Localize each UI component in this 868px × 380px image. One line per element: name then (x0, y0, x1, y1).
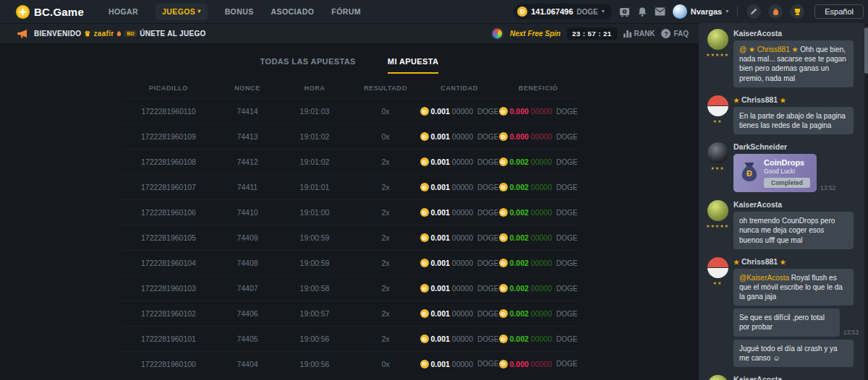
brush-icon-button[interactable] (746, 4, 761, 19)
value-zeros: 00000 (531, 183, 552, 191)
value-main: 0.000 (510, 360, 529, 368)
user-menu[interactable]: Nvargas ▾ (673, 4, 728, 19)
nav-item-hogar[interactable]: HOGAR (109, 7, 138, 16)
currency-label: DOGE (556, 158, 577, 166)
result-cell: 2x (351, 183, 420, 191)
result-cell: 2x (351, 208, 420, 217)
time-cell: 19:01:01 (278, 183, 351, 191)
chat-username[interactable]: KaiserAcosta (733, 200, 859, 209)
chat-username[interactable]: DarkSchneider (733, 142, 859, 151)
mention-link[interactable]: @KaiserAcosta (739, 274, 791, 282)
scrollbar-thumb[interactable] (864, 27, 868, 74)
profit-cell: Ð0.00200000DOGE (498, 157, 578, 166)
profit-cell: Ð0.00200000DOGE (498, 284, 578, 293)
nav-item-asociado[interactable]: ASOCIADO (271, 7, 315, 16)
rank-button[interactable]: RANK (624, 30, 655, 38)
profit-cell: Ð0.00200000DOGE (498, 334, 578, 343)
coindrops-row: ÐCoinDropsGood Luck!Completed13:52 (733, 154, 859, 192)
time-cell: 19:01:00 (278, 208, 351, 217)
value-main: 0.002 (510, 157, 529, 166)
avatar[interactable] (707, 142, 728, 163)
star-icon: ★ (780, 97, 786, 104)
doge-coin-icon: Ð (499, 284, 508, 293)
welcome-suffix: ÚNETE AL JUEGO (140, 30, 205, 38)
vault-icon[interactable] (619, 7, 630, 17)
logo[interactable]: BC.Game (16, 5, 84, 19)
coindrops-completed-button[interactable]: Completed (764, 178, 810, 188)
hash-cell: 1722281960106 (121, 208, 216, 217)
doge-coin-icon: Ð (420, 183, 429, 191)
avatar[interactable] (707, 257, 728, 278)
nav-item-label: JUEGOS (162, 7, 195, 16)
value-zeros: 00000 (452, 360, 473, 368)
balance-display[interactable]: Ð 141.067496 DOGE ▾ (514, 4, 612, 20)
profit-cell: Ð0.00200000DOGE (498, 183, 578, 191)
chat-username[interactable]: KaiserAcosta (733, 29, 859, 38)
value-zeros: 00000 (452, 233, 473, 242)
top-navbar: BC.Game HOGARJUEGOS▾BONUSASOCIADOFÓRUM Ð… (0, 0, 868, 23)
avatar[interactable] (707, 29, 728, 50)
nonce-cell: 74405 (216, 334, 278, 343)
nonce-cell: 74414 (216, 107, 278, 116)
trophy-icon-button[interactable] (790, 4, 804, 19)
value-zeros: 00000 (531, 259, 552, 267)
column-header: HORA (278, 85, 351, 92)
table-row[interactable]: 17222819601107441419:01:030xÐ0.00100000D… (121, 98, 578, 124)
value-zeros: 00000 (531, 208, 552, 217)
currency-label: DOGE (556, 335, 577, 343)
table-row[interactable]: 17222819601027440619:00:572xÐ0.00100000D… (121, 301, 578, 326)
column-header: NONCE (216, 85, 278, 92)
chat-username[interactable]: ★ Chriss881 ★ (733, 95, 859, 104)
chat-scrollbar[interactable] (864, 23, 868, 380)
doge-coin-icon: Ð (499, 107, 508, 116)
nonce-cell: 74409 (216, 233, 278, 242)
doge-coin-icon: Ð (517, 7, 527, 17)
amount-cell: Ð0.00100000DOGE (420, 183, 498, 191)
doge-coin-icon: Ð (420, 157, 429, 166)
message-timestamp: 13:52 (820, 184, 835, 192)
currency-label: DOGE (556, 108, 577, 116)
avatar[interactable] (707, 95, 728, 116)
amount-cell: Ð0.00100000DOGE (420, 132, 498, 141)
doge-coin-icon: Ð (499, 233, 508, 242)
nonce-cell: 74410 (216, 208, 278, 217)
avatar[interactable] (707, 375, 728, 380)
free-spin-wheel-icon[interactable] (491, 27, 503, 40)
table-row[interactable]: 17222819601007440419:00:560xÐ0.00100000D… (121, 351, 578, 376)
table-row[interactable]: 17222819601097441319:01:020xÐ0.00100000D… (121, 124, 578, 149)
table-row[interactable]: 17222819601077441119:01:012xÐ0.00100000D… (121, 174, 578, 199)
time-cell: 19:00:57 (278, 309, 351, 318)
chat-message-left: ★★★★★ (706, 375, 729, 380)
bell-icon[interactable] (637, 7, 647, 17)
tab-mi-apuesta[interactable]: MI APUESTA (388, 57, 439, 74)
doge-coin-icon: Ð (499, 157, 508, 166)
chat-message: ★★★★★KaiserAcosta@ ★ Chriss881 ★ Jajaja … (706, 375, 859, 380)
nav-item-juegos[interactable]: JUEGOS▾ (156, 4, 208, 20)
value-main: 0.001 (431, 360, 450, 368)
mail-icon[interactable] (655, 7, 665, 16)
table-row[interactable]: 17222819601037440719:00:582xÐ0.00100000D… (121, 275, 578, 301)
chat-username[interactable]: KaiserAcosta (733, 375, 859, 380)
coindrops-card[interactable]: ÐCoinDropsGood Luck!Completed (733, 154, 817, 192)
time-cell: 19:01:02 (278, 132, 351, 141)
avatar[interactable] (707, 200, 728, 221)
table-row[interactable]: 17222819601087441219:01:022xÐ0.00100000D… (121, 149, 578, 174)
tab-todas-las-apuestas[interactable]: TODAS LAS APUESTAS (260, 57, 356, 74)
flame-icon-button[interactable] (768, 4, 783, 19)
table-row[interactable]: 17222819601067441019:01:002xÐ0.00100000D… (121, 199, 578, 225)
currency-label: DOGE (556, 310, 577, 318)
language-button[interactable]: Español (814, 4, 864, 19)
main-nav: HOGARJUEGOS▾BONUSASOCIADOFÓRUM (109, 4, 361, 20)
value-main: 0.002 (510, 284, 529, 293)
table-row[interactable]: 17222819601047440819:00:592xÐ0.00100000D… (121, 250, 578, 275)
welcome-username[interactable]: zaafir (94, 30, 114, 38)
mention-link[interactable]: @ ★ Chriss881 ★ (739, 46, 800, 53)
chat-messages: ★★★★★KaiserAcosta@ ★ Chriss881 ★ Ohh que… (706, 29, 859, 380)
table-row[interactable]: 17222819601017440519:00:562xÐ0.00100000D… (121, 326, 578, 351)
faq-button[interactable]: ? FAQ (661, 29, 689, 38)
result-cell: 0x (351, 132, 420, 141)
nav-item-bonus[interactable]: BONUS (225, 7, 254, 16)
chat-username[interactable]: ★ Chriss881 ★ (733, 257, 859, 266)
nav-item-fórum[interactable]: FÓRUM (331, 7, 361, 16)
table-row[interactable]: 17222819601057440919:00:592xÐ0.00100000D… (121, 225, 578, 250)
